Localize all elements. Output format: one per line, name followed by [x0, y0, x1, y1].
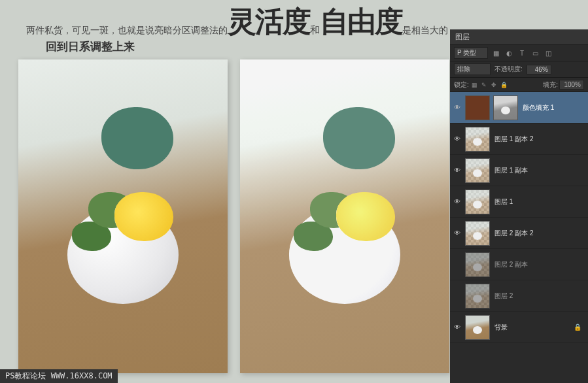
filter-smart-icon[interactable]: ◫ — [543, 48, 553, 58]
layer-row[interactable]: 图层 2 副本 — [450, 249, 588, 280]
filter-adjust-icon[interactable]: ◐ — [504, 48, 514, 58]
layer-name[interactable]: 图层 2 — [494, 291, 513, 301]
layer-name[interactable]: 颜色填充 1 — [523, 103, 554, 112]
layer-row[interactable]: 👁颜色填充 1 — [450, 92, 588, 124]
filter-image-icon[interactable]: ▦ — [491, 48, 501, 58]
header-text-b: 是相当大的 — [402, 25, 448, 37]
layers-tab[interactable]: 图层 — [450, 29, 588, 45]
visibility-toggle-icon[interactable]: 👁 — [453, 197, 462, 207]
filter-shape-icon[interactable]: ▭ — [530, 48, 540, 58]
layer-name[interactable]: 图层 2 副本 2 — [494, 229, 533, 238]
visibility-toggle-icon[interactable] — [453, 291, 462, 301]
visibility-toggle-icon[interactable]: 👁 — [453, 135, 462, 144]
layers-panel: 图层 P 类型 ▦ ◐ T ▭ ◫ 排除 不透明度: 46% 锁定: ▦ ✎ ✥… — [450, 29, 588, 383]
layer-row[interactable]: 👁图层 2 副本 2 — [450, 218, 588, 249]
opacity-value[interactable]: 46% — [527, 65, 551, 75]
layer-name[interactable]: 图层 1 副本 2 — [494, 135, 533, 144]
visibility-toggle-icon[interactable]: 👁 — [453, 166, 462, 175]
edited-photo — [240, 59, 449, 373]
layer-kind-dropdown[interactable]: P 类型 — [454, 47, 488, 59]
layer-thumbnail[interactable] — [465, 221, 490, 246]
fill-label: 填充: — [543, 80, 558, 90]
header-big-1: 灵活度 — [228, 8, 310, 37]
layer-thumbnail[interactable] — [465, 127, 490, 152]
layer-thumbnail[interactable] — [465, 158, 490, 183]
footer-credit: PS教程论坛 WWW.16XX8.COM — [0, 369, 118, 383]
header-text-a: 两件私货，可见一斑，也就是说亮暗分区调整法的 — [26, 25, 228, 37]
lock-all-icon[interactable]: 🔒 — [500, 80, 508, 89]
lock-pixels-icon[interactable]: ✎ — [480, 80, 489, 89]
fill-value[interactable]: 100% — [559, 80, 584, 90]
layer-name[interactable]: 图层 2 副本 — [494, 260, 528, 269]
visibility-toggle-icon[interactable] — [453, 260, 462, 269]
header-mid: 和 — [310, 24, 320, 37]
layer-row[interactable]: 👁背景🔒 — [450, 312, 588, 343]
lock-transparency-icon[interactable]: ▦ — [470, 80, 479, 89]
layer-thumbnail[interactable] — [465, 315, 490, 340]
layer-row[interactable]: 图层 2 — [450, 280, 588, 312]
layer-row[interactable]: 👁图层 1 副本 2 — [450, 124, 588, 155]
opacity-label: 不透明度: — [494, 65, 523, 74]
lock-icon: 🔒 — [574, 324, 581, 331]
layer-thumbnail[interactable] — [465, 95, 490, 120]
layer-name[interactable]: 背景 — [494, 323, 508, 332]
lock-position-icon[interactable]: ✥ — [490, 80, 498, 89]
layer-name[interactable]: 图层 1 — [494, 197, 513, 207]
visibility-toggle-icon[interactable]: 👁 — [453, 323, 462, 332]
layer-row[interactable]: 👁图层 1 副本 — [450, 155, 588, 186]
blend-mode-dropdown[interactable]: 排除 — [454, 63, 491, 75]
lock-label: 锁定: — [454, 80, 469, 90]
original-photo — [18, 59, 228, 373]
layer-thumbnail[interactable] — [465, 284, 490, 308]
layer-mask-thumbnail[interactable] — [493, 95, 518, 120]
layer-name[interactable]: 图层 1 副本 — [494, 166, 528, 175]
layer-row[interactable]: 👁图层 1 — [450, 186, 588, 218]
filter-type-icon[interactable]: T — [517, 48, 527, 58]
visibility-toggle-icon[interactable]: 👁 — [453, 229, 462, 238]
header-big-2: 自由度 — [320, 8, 402, 37]
layer-thumbnail[interactable] — [465, 252, 490, 277]
visibility-toggle-icon[interactable]: 👁 — [453, 103, 462, 112]
layer-thumbnail[interactable] — [465, 190, 490, 214]
